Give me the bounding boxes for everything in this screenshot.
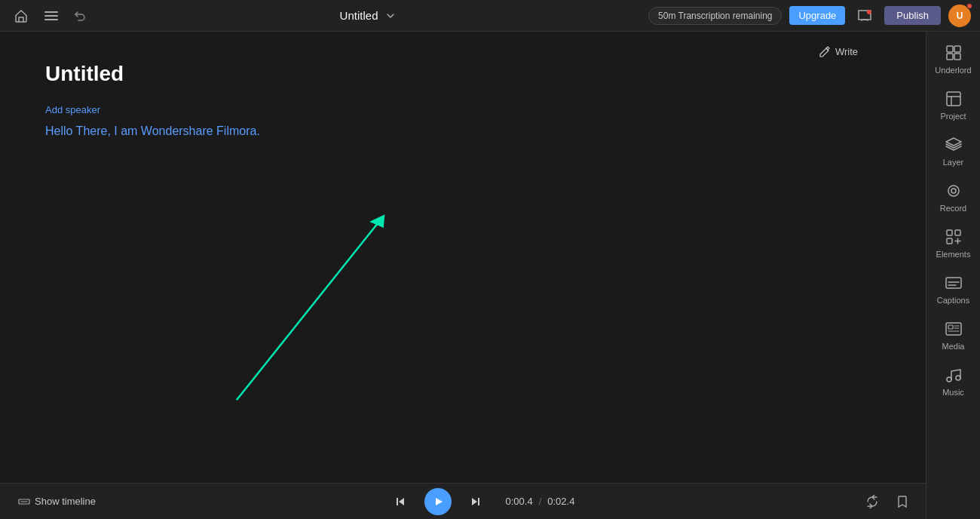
loop-button[interactable] bbox=[861, 490, 884, 513]
svg-rect-18 bbox=[947, 238, 952, 244]
underlord-label: Underlord bbox=[935, 66, 971, 75]
sidebar-item-record[interactable]: Record bbox=[929, 176, 978, 219]
music-label: Music bbox=[942, 388, 964, 397]
skip-forward-button[interactable] bbox=[464, 490, 488, 514]
svg-point-27 bbox=[947, 377, 951, 382]
media-icon bbox=[945, 320, 963, 338]
sidebar-item-captions[interactable]: Captions bbox=[929, 268, 978, 311]
undo-button[interactable] bbox=[69, 5, 90, 26]
elements-label: Elements bbox=[936, 250, 971, 259]
home-button[interactable] bbox=[9, 4, 33, 28]
record-icon bbox=[945, 182, 963, 200]
total-time: 0:02.4 bbox=[547, 496, 574, 507]
music-icon bbox=[945, 366, 963, 384]
svg-rect-8 bbox=[954, 46, 960, 52]
project-title: Untitled bbox=[340, 9, 378, 22]
sidebar-item-media[interactable]: Media bbox=[929, 314, 978, 357]
sidebar-item-elements[interactable]: Elements bbox=[929, 222, 978, 265]
svg-rect-11 bbox=[947, 92, 960, 106]
svg-rect-23 bbox=[948, 325, 953, 329]
menu-button[interactable] bbox=[41, 5, 62, 26]
captions-label: Captions bbox=[937, 296, 969, 305]
svg-rect-7 bbox=[947, 46, 953, 52]
sidebar-item-layer[interactable]: Layer bbox=[929, 130, 978, 173]
time-separator: / bbox=[539, 496, 542, 507]
bookmark-button[interactable] bbox=[891, 490, 914, 513]
show-timeline-button[interactable]: Show timeline bbox=[12, 493, 102, 511]
transcription-text: 50m Transcription remaining bbox=[658, 11, 772, 21]
svg-point-28 bbox=[956, 376, 960, 380]
upgrade-button[interactable]: Upgrade bbox=[789, 6, 845, 25]
avatar-button[interactable]: U bbox=[948, 5, 971, 27]
write-label: Write bbox=[835, 46, 858, 57]
transcript-highlighted: Hello There, I am Wondershare Filmora. bbox=[45, 124, 260, 137]
title-dropdown-button[interactable] bbox=[382, 8, 399, 24]
project-icon bbox=[945, 90, 963, 108]
transcription-badge: 50m Transcription remaining bbox=[648, 7, 782, 25]
current-time: 0:00.4 bbox=[506, 496, 533, 507]
transcript-text: Hello There, I am Wondershare Filmora. bbox=[45, 121, 260, 141]
layer-icon bbox=[945, 136, 963, 154]
svg-rect-1 bbox=[44, 15, 58, 17]
layer-label: Layer bbox=[943, 158, 964, 167]
svg-point-15 bbox=[951, 189, 956, 193]
write-button[interactable]: Write bbox=[811, 41, 865, 62]
svg-rect-16 bbox=[947, 230, 952, 235]
play-button[interactable] bbox=[424, 488, 452, 515]
svg-point-3 bbox=[867, 10, 871, 14]
annotation-arrow bbox=[0, 32, 926, 483]
media-label: Media bbox=[942, 342, 965, 351]
svg-rect-2 bbox=[44, 19, 58, 20]
publish-button[interactable]: Publish bbox=[884, 6, 941, 25]
svg-rect-0 bbox=[44, 11, 58, 13]
notification-badge bbox=[966, 3, 972, 9]
project-label: Project bbox=[940, 112, 966, 121]
underlord-icon bbox=[945, 44, 963, 62]
sidebar-item-music[interactable]: Music bbox=[929, 360, 978, 403]
sidebar-item-project[interactable]: Project bbox=[929, 84, 978, 127]
sidebar-item-underlord[interactable]: Underlord bbox=[929, 38, 978, 81]
speaker-label[interactable]: Add speaker bbox=[45, 104, 100, 115]
svg-line-4 bbox=[237, 220, 381, 400]
captions-icon bbox=[945, 274, 963, 292]
show-timeline-label: Show timeline bbox=[35, 496, 96, 507]
skip-back-button[interactable] bbox=[388, 490, 412, 514]
svg-rect-17 bbox=[955, 230, 960, 235]
svg-point-14 bbox=[948, 186, 959, 196]
svg-rect-19 bbox=[946, 278, 961, 288]
comments-button[interactable] bbox=[853, 4, 877, 28]
svg-rect-10 bbox=[954, 54, 960, 60]
svg-rect-9 bbox=[947, 54, 953, 60]
elements-icon bbox=[945, 228, 963, 246]
record-label: Record bbox=[940, 204, 966, 213]
document-title: Untitled bbox=[45, 62, 124, 86]
